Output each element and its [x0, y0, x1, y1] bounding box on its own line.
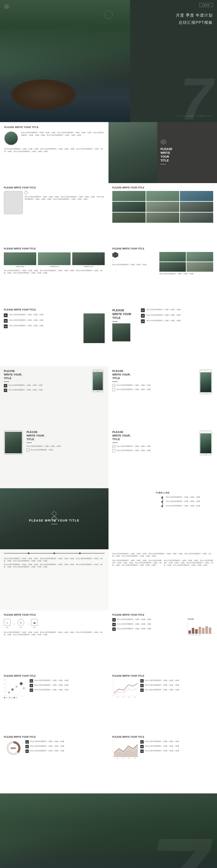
dot2: [11, 688, 14, 691]
s20-n1: 01: [30, 679, 33, 683]
row-7: PLEASEWRITE YOUR_TITLE 单位公式是否有需要填写，小标题，小…: [0, 427, 217, 488]
slide10-phone-screen: [93, 372, 103, 390]
slide19-n1: 01: [112, 618, 116, 622]
tl-item3: 单位公式是否有需要填写，小标题，小标题，小标题: [163, 505, 213, 507]
bar3: [195, 629, 198, 633]
row-6: PLEASEWRITE YOUR_TITLE 01 单位公式是否有需要填写，小标…: [0, 366, 217, 427]
row-13: 7 谢谢观看 THANK YOU: [0, 794, 217, 868]
dot-area: [6, 679, 27, 696]
slide4-diamond: [24, 190, 28, 194]
slide7-img4: [186, 262, 213, 272]
tl-line-seg2: [29, 553, 53, 554]
slide8-num1: 01: [4, 313, 8, 317]
slide11-sep: [112, 381, 118, 382]
slide11-phone-wrap: [199, 369, 213, 394]
slide2-circle-img: [4, 131, 18, 145]
donut-container: 62%: [5, 740, 22, 756]
line-y-axis: 6 4 2 0: [112, 679, 113, 696]
s23-item2: 02 单位公式是否有需要填写，小标题，小标题，小标题: [140, 745, 213, 748]
slide19-n2: 02: [112, 623, 116, 626]
slide10-content: PLEASEWRITE YOUR_TITLE 01 单位公式是否有需要填写，小标…: [4, 369, 105, 392]
s21-n2: 02: [140, 684, 144, 687]
slide12-right: PLEASEWRITE YOUR_TITLE 单位公式是否有需要填写，小标题，小…: [27, 430, 105, 455]
slide3-title: PLEASE WRITE YOUR TITLE: [160, 147, 214, 162]
slide2-circle-bg: [5, 132, 18, 145]
slide10-screen-img: [93, 372, 103, 390]
slide12-text: 单位公式是否有需要填写，小标题，小标题，小标题: [27, 445, 105, 447]
slide7-hex: [112, 252, 118, 258]
tl-line-seg: [4, 553, 28, 554]
slide12-tablet-wrap: [4, 430, 24, 455]
slide7-img-grid: [159, 252, 213, 272]
s21-item2: 02 单位公式是否有需要填写，小标题，小标题，小标题: [140, 684, 213, 687]
slide-5: PLEASE WRITE YOUR TITLE: [108, 183, 217, 244]
slide6-img2: [38, 252, 70, 265]
slide19-item1: 01 单位公式是否有需要填写，小标题，小标题，小标题: [112, 618, 185, 622]
s20-n2: 02: [30, 684, 33, 687]
slide13-sep: [112, 442, 118, 443]
bar5: [202, 628, 205, 633]
slide-24-hero2: 7 谢谢观看 THANK YOU: [0, 794, 217, 868]
slide20-list: 01 单位公式是否有需要填写，小标题，小标题，小标题 02 单位公式是否有需要填…: [30, 679, 105, 698]
slide11-check1: ✓: [112, 384, 115, 387]
slide9-n1: 01: [141, 308, 145, 312]
slide7-right: 单位公式是否有需要填写，小标题，小标题，小标题: [159, 252, 213, 275]
slide18-icon2: ☺ 单位: [18, 619, 24, 628]
bar-labels: 120% 100% 80% 60%: [188, 634, 213, 636]
slide17-text1: 单位公式是否有需要填写，小标题，小标题，小标题， 单位公式是否有需要填写，小标题…: [112, 553, 213, 557]
slide7-body: 单位公式是否有需要填写，小标题，小标题，小标题: [159, 273, 213, 275]
slide17-col1: 单位公式是否有需要填写，小标题，小标题，小标题， 单位公式是否有需要填写，小标题…: [112, 559, 162, 566]
slide13-content: PLEASEWRITE YOUR_TITLE ✓ 单位公式是否有需要填写，小标题…: [112, 430, 213, 456]
slide-6: PLEASE WRITE YOUR TITLE SOME WRITE LOREM…: [0, 244, 108, 305]
slide5-img2: [146, 191, 180, 201]
slide13-title: PLEASEWRITE YOUR_TITLE: [112, 430, 197, 441]
slide22-donut: 62%: [4, 740, 23, 756]
slide19-item3: 03 单位公式是否有需要填写，小标题，小标题，小标题: [112, 627, 185, 631]
slide9-t3: 单位公式是否有需要填写，小标题，小标题，小标题: [147, 319, 181, 322]
slide13-img: [200, 433, 211, 453]
slide4-title: PLEASE WRITE YOUR TITLE: [4, 186, 105, 189]
area-chart-area: [114, 740, 138, 757]
slide5-img6: [180, 202, 213, 212]
slide5-img8: [146, 213, 180, 223]
slide13-item2: 单位公式是否有需要填写，小标题，小标题，小标题: [112, 449, 197, 452]
slide16-timeline-h: 单位公式是否有需要填写，小标题，小标题，小标题， 单位公式是否有需要填写，小标题…: [4, 553, 105, 568]
slide5-img9: [180, 213, 213, 223]
slide8-num2: 02: [4, 319, 8, 323]
hero-rocks: [11, 79, 76, 110]
slide13-screen: [200, 433, 211, 453]
slide8-content: 01 单位公式是否有需要填写，小标题，小标题，小标题 02 单位公式是否有需要填…: [4, 313, 105, 343]
slide14-diamond2: [52, 511, 57, 516]
slide13-check2: [112, 449, 115, 452]
tl-line-seg3: [55, 553, 79, 554]
tl-item1: 单位公式是否有需要填写，小标题，小标题，小标题: [163, 496, 213, 498]
person-icon: ☺: [18, 619, 24, 626]
slide23-content: 6 4 2 0 Jan: [112, 740, 213, 759]
slide7-img2: [186, 252, 213, 261]
slide9-t2: 单位公式是否有需要填写，小标题，小标题，小标题: [147, 314, 181, 316]
s21-item1: 01 单位公式是否有需要填写，小标题，小标题，小标题: [140, 679, 213, 683]
slide6-col1: SOME WRITE: [4, 252, 36, 267]
area-wrap: 6 4 2 0: [112, 740, 138, 757]
slide12-check-text: 单位公式是否有需要填写，小标题: [31, 449, 53, 451]
slide2-body: 单位公式是否有需要填写，小标题，小标题，小标题， 单位公式是否有需要填写，小标题…: [4, 148, 104, 153]
slide19-content: 01 单位公式是否有需要填写，小标题，小标题，小标题 02 单位公式是否有需要填…: [112, 618, 213, 636]
slide10-t1: 单位公式是否有需要填写，小标题，小标题，小标题: [8, 384, 42, 386]
slide8-item2: 02 单位公式是否有需要填写，小标题，小标题，小标题: [4, 319, 81, 323]
dot3: [16, 686, 18, 688]
slide20-title: PLEASE WRITE YOUR TITLE: [4, 675, 105, 677]
slide17-items: 单位公式是否有需要填写，小标题，小标题，小标题， 单位公式是否有需要填写，小标题…: [112, 559, 213, 566]
s22-item1: 01 单位公式是否有需要填写，小标题，小标题，小标题: [25, 740, 105, 744]
slide3-right: PLEASE WRITE YOUR TITLE: [157, 122, 217, 183]
dot1: [8, 692, 10, 693]
slide-4: PLEASE WRITE YOUR TITLE 单位公式是否有需要填写，小标题，…: [0, 183, 108, 244]
row-10: PLEASE WRITE YOUR TITLE ⌂ 单位 → ☺ 单位 → ☁ …: [0, 610, 217, 671]
slide23-area: 6 4 2 0 Jan: [112, 740, 138, 759]
slide16-text1: 单位公式是否有需要填写，小标题，小标题，小标题， 单位公式是否有需要填写，小标题…: [4, 557, 105, 562]
slide10-phone-btn: [97, 391, 99, 392]
dot4: [20, 682, 23, 685]
slide8-image: [84, 313, 105, 343]
line-chart-wrap: 6 4 2 0: [112, 679, 138, 696]
s20-n3: 03: [30, 688, 33, 692]
slide3-hex-icon: [160, 139, 166, 145]
